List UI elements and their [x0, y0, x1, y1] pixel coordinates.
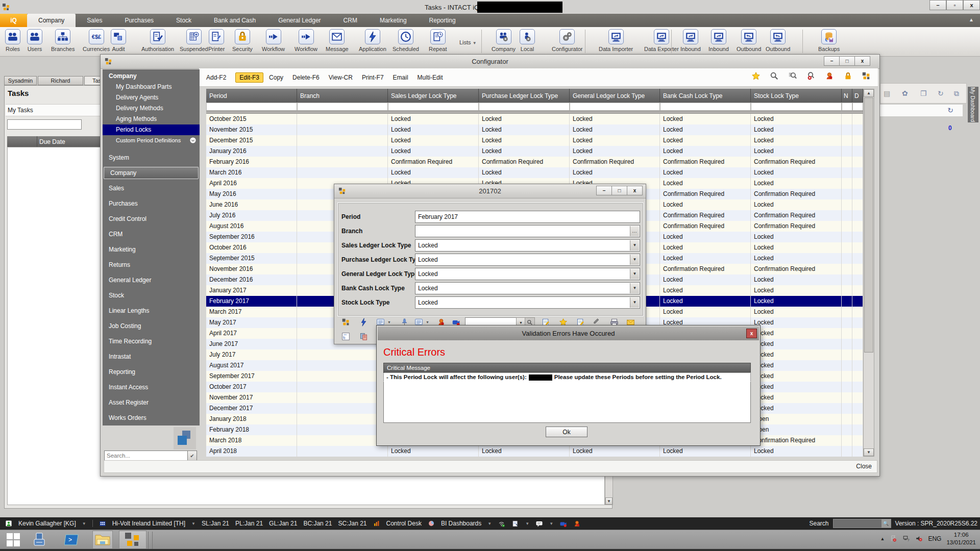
column-header-general-ledger-lock-type[interactable]: General Ledger Lock Type	[570, 89, 660, 103]
table-row-march-2016[interactable]: March 2016LockedLockedLockedLockedLocked	[206, 167, 863, 178]
search-remove-icon[interactable]	[806, 71, 816, 81]
sidebar-section-general-ledger[interactable]: General Ledger	[103, 272, 200, 288]
toolbar-email[interactable]: Email	[393, 74, 408, 81]
table-row-january-2016[interactable]: January 2016LockedLockedLockedLockedLock…	[206, 146, 863, 157]
iq-logo-icon[interactable]	[862, 71, 871, 81]
copy-icon[interactable]	[359, 332, 368, 341]
ribbon-item-workflow[interactable]: Workflow	[295, 29, 317, 52]
menu-tab-sales[interactable]: Sales	[76, 14, 113, 27]
taskbar-app-explorer[interactable]	[92, 531, 113, 549]
ribbon-item-printer[interactable]: Printer	[208, 29, 225, 52]
ribbon-item-currencies[interactable]: €$£Currencies	[83, 29, 110, 52]
dropdown-icon[interactable]: ▼	[630, 297, 639, 308]
refresh-icon[interactable]: ↻	[947, 106, 953, 114]
menu-tab-marketing[interactable]: Marketing	[369, 14, 418, 27]
refresh-icon[interactable]: ↻	[938, 89, 944, 97]
maximize-button[interactable]: □	[611, 186, 627, 195]
sidebar-item-custom-period-definitions[interactable]: Custom Period Definitions	[103, 135, 200, 146]
sidebar-section-asset-register[interactable]: Asset Register	[103, 395, 200, 410]
ribbon-item-data-importer[interactable]: Data Importer	[599, 29, 633, 52]
tasks-search-input[interactable]	[7, 119, 82, 130]
ribbon-item-workflow[interactable]: Workflow	[262, 29, 285, 52]
ribbon-item-audit[interactable]: Audit	[111, 29, 126, 52]
ribbon-item-roles[interactable]: Roles	[5, 29, 20, 52]
filter-cell[interactable]	[751, 103, 842, 111]
favorite-star-icon[interactable]	[751, 71, 761, 81]
column-header-bank-cash-lock-type[interactable]: Bank Cash Lock Type	[660, 89, 751, 103]
menu-tab-purchases[interactable]: Purchases	[113, 14, 165, 27]
menu-tab-crm[interactable]: CRM	[332, 14, 369, 27]
network-icon[interactable]: ?	[902, 535, 910, 542]
field-input-general-ledger-lock-type[interactable]: Locked▼	[415, 268, 640, 280]
ribbon-item-suspended[interactable]: Suspended	[180, 29, 208, 52]
ribbon-item-outbound[interactable]: Outbound	[766, 29, 790, 52]
current-user[interactable]: Kevin Gallagher [KG]	[18, 520, 76, 527]
sidebar-item-period-locks[interactable]: Period Locks	[103, 124, 200, 135]
sidebar-section-intrastat[interactable]: Intrastat	[103, 349, 200, 364]
menu-tab-general-ledger[interactable]: General Ledger	[267, 14, 332, 27]
dropdown-icon[interactable]: ▼	[630, 269, 639, 279]
maximize-button[interactable]: □	[839, 56, 855, 66]
sidebar-item-delivery-methods[interactable]: Delivery Methods	[103, 103, 200, 114]
search-icon[interactable]	[770, 71, 779, 81]
toolbar-print-f7[interactable]: Print-F7	[362, 74, 384, 81]
column-header-n[interactable]: N	[842, 89, 852, 103]
workflow-icon[interactable]: ⧉	[954, 89, 959, 98]
field-input-branch[interactable]: …	[415, 225, 640, 237]
bi-dashboards[interactable]: BI Dashboards	[441, 520, 481, 527]
search-icon[interactable]: 🔍	[881, 519, 891, 528]
current-company[interactable]: Hi-Volt Ireland Limited [TH]	[112, 520, 185, 527]
sidebar-item-my-dashboard-parts[interactable]: My Dashboard Parts	[103, 82, 200, 92]
maximize-button[interactable]: ▫	[946, 0, 963, 10]
table-row-april-2018[interactable]: April 2018LockedLockedLockedLockedLocked	[206, 446, 863, 457]
wifi-icon[interactable]	[498, 520, 505, 528]
table-scrollbar[interactable]: ▲ ▼	[863, 89, 874, 457]
copy-icon[interactable]: ❐	[920, 89, 927, 97]
volume-muted-icon[interactable]	[915, 535, 923, 542]
ribbon-item-branches[interactable]: Branches	[51, 29, 75, 52]
ok-button[interactable]: Ok	[546, 427, 587, 437]
ribbon-item-authorisation[interactable]: Authorisation	[141, 29, 174, 52]
close-button[interactable]: x	[963, 0, 980, 10]
sidebar-item-delivery-agents[interactable]: Delivery Agents	[103, 92, 200, 103]
column-header-branch[interactable]: Branch	[297, 89, 388, 103]
sidebar-search[interactable]: ✔	[104, 450, 197, 461]
sidebar-section-instant-access[interactable]: Instant Access	[103, 380, 200, 395]
sidebar-section-returns[interactable]: Returns	[103, 257, 200, 272]
minimize-button[interactable]: –	[824, 56, 840, 66]
filter-cell[interactable]	[479, 103, 570, 111]
menu-tab-stock[interactable]: Stock	[165, 14, 203, 27]
ribbon-item-company[interactable]: Company	[492, 29, 516, 52]
toolbar-multi-edit[interactable]: Multi-Edit	[418, 74, 443, 81]
sidebar-section-sales[interactable]: Sales	[103, 181, 200, 196]
filter-cell[interactable]	[852, 103, 863, 111]
mdi-tab-richard[interactable]: Richard	[38, 76, 83, 85]
minimize-button[interactable]: –	[596, 186, 612, 195]
toolbar-delete-f6[interactable]: Delete-F6	[292, 74, 320, 81]
menu-tab-reporting[interactable]: Reporting	[418, 14, 467, 27]
treedoc-icon[interactable]	[341, 332, 350, 341]
toolbar-copy[interactable]: Copy	[269, 74, 283, 81]
my-dashboard-tab[interactable]: My Dashboard	[968, 87, 978, 122]
mdi-tab-sysadmin[interactable]: Sysadmin	[4, 76, 37, 85]
ribbon-item-local[interactable]: Local	[520, 29, 535, 52]
taskbar-app-intact-iq[interactable]	[119, 531, 146, 549]
filter-cell[interactable]	[570, 103, 660, 111]
browse-icon[interactable]: …	[630, 226, 639, 236]
table-row-december-2015[interactable]: December 2015LockedLockedLockedLockedLoc…	[206, 135, 863, 146]
iqsquares-icon[interactable]	[341, 318, 350, 327]
close-button[interactable]: x	[854, 56, 870, 66]
ribbon-item-backups[interactable]: Backups	[818, 29, 840, 52]
sidebar-section-stock[interactable]: Stock	[103, 288, 200, 303]
table-row-october-2015[interactable]: October 2015LockedLockedLockedLockedLock…	[206, 114, 863, 124]
control-desk[interactable]: Control Desk	[386, 520, 422, 527]
taskbar-app-toolbox[interactable]	[31, 531, 49, 548]
collapse-ribbon-icon[interactable]: ▲	[969, 17, 974, 22]
column-header-purchase-ledger-lock-type[interactable]: Purchase Ledger Lock Type	[479, 89, 570, 103]
dropdown-icon[interactable]: ▼	[630, 240, 639, 251]
clock[interactable]: 17:0613/01/2021	[946, 531, 976, 546]
field-input-bank-cash-lock-type[interactable]: Locked▼	[415, 282, 640, 294]
close-button[interactable]: x	[627, 186, 643, 195]
language-indicator[interactable]: ENG	[928, 535, 941, 542]
ribbon-item-security[interactable]: Security	[232, 29, 253, 52]
